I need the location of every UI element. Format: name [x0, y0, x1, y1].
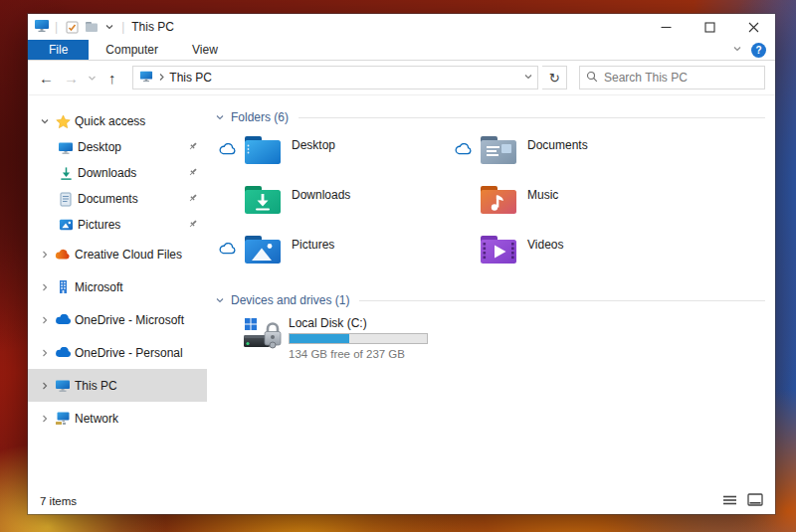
minimize-ribbon-chevron-icon[interactable] [732, 43, 742, 57]
properties-icon[interactable] [63, 16, 82, 38]
sidebar-item-label: Microsoft [75, 280, 123, 294]
items-view: Folders (6) Desktop [207, 95, 775, 487]
search-box[interactable] [579, 66, 765, 89]
desktop-folder-icon [243, 133, 283, 170]
forward-button[interactable]: → [61, 66, 82, 89]
sidebar-item-creative-cloud-files[interactable]: Creative Cloud Files [28, 238, 207, 270]
ribbon-tab-row: File Computer View ? [28, 40, 775, 61]
tile-label: Music [527, 188, 558, 202]
pin-icon [188, 218, 198, 232]
chevron-right-icon[interactable] [36, 381, 54, 391]
maximize-button[interactable] [688, 14, 731, 40]
customize-qat-chevron-icon[interactable] [102, 16, 116, 38]
sidebar-item-downloads[interactable]: Downloads [28, 160, 207, 186]
bitlocker-drive-icon [243, 316, 283, 357]
search-input[interactable] [604, 71, 758, 85]
pin-icon [188, 140, 198, 154]
devices-group-header[interactable]: Devices and drives (1) [215, 292, 765, 308]
chevron-right-icon[interactable] [36, 414, 54, 424]
tile-music[interactable]: Music [451, 183, 687, 233]
sidebar-item-label: This PC [75, 379, 117, 393]
tab-file[interactable]: File [28, 40, 89, 60]
group-header-rule [298, 117, 765, 118]
desktop-background: | | This PC [0, 0, 796, 532]
group-header-label: Devices and drives (1) [231, 293, 349, 307]
details-view-icon[interactable] [722, 494, 737, 508]
sidebar-item-pictures[interactable]: Pictures [28, 212, 207, 238]
tab-computer[interactable]: Computer [89, 40, 175, 60]
recent-locations-chevron-icon[interactable] [86, 66, 98, 89]
folders-grid: Desktop Documents [215, 133, 765, 282]
chevron-right-icon[interactable] [36, 250, 54, 260]
sidebar-item-network[interactable]: Network [28, 402, 207, 435]
tab-view[interactable]: View [175, 40, 235, 60]
search-icon [586, 71, 598, 86]
tile-local-disk-c[interactable]: Local Disk (C:) 134 GB free of 237 GB [215, 316, 765, 360]
tile-documents[interactable]: Documents [451, 133, 687, 183]
desktop-icon [57, 140, 75, 155]
pin-icon [188, 192, 198, 206]
sidebar-item-desktop[interactable]: Desktop [28, 134, 207, 160]
help-button[interactable]: ? [751, 43, 766, 58]
chevron-down-icon [215, 112, 225, 122]
chevron-right-icon[interactable] [36, 348, 54, 358]
chevron-down-icon [215, 295, 225, 305]
drive-name: Local Disk (C:) [289, 316, 428, 330]
documents-folder-icon [479, 133, 518, 170]
tile-label: Documents [527, 138, 588, 152]
sidebar-item-quick-access[interactable]: Quick access [28, 108, 207, 134]
minimize-button[interactable] [644, 14, 688, 40]
music-folder-icon [479, 183, 518, 220]
chevron-right-icon[interactable] [36, 282, 54, 292]
sidebar-item-label: OneDrive - Microsoft [75, 313, 184, 327]
pictures-icon [57, 218, 75, 232]
folders-group-header[interactable]: Folders (6) [215, 109, 765, 125]
sidebar-item-onedrive-microsoft[interactable]: OneDrive - Microsoft [28, 303, 207, 336]
pictures-folder-icon [243, 233, 283, 269]
videos-folder-icon [479, 233, 518, 269]
chevron-down-icon[interactable] [36, 116, 54, 126]
network-icon [54, 411, 72, 426]
navigation-pane: Quick access Desktop D [28, 95, 207, 487]
status-bar: 7 items [28, 487, 775, 514]
sidebar-item-label: Documents [78, 192, 138, 206]
tile-desktop[interactable]: Desktop [215, 133, 451, 183]
onedrive-cloud-icon [54, 347, 72, 358]
quick-access-star-icon [54, 114, 72, 129]
tile-videos[interactable]: Videos [451, 233, 687, 282]
address-monitor-icon [139, 70, 153, 86]
sidebar-item-this-pc[interactable]: This PC [28, 369, 207, 402]
tile-label: Desktop [292, 138, 335, 152]
title-bar: | | This PC [28, 14, 775, 40]
creative-cloud-icon [54, 249, 72, 261]
tile-label: Videos [527, 238, 563, 252]
address-dropdown-chevron-icon[interactable] [523, 71, 533, 85]
sidebar-item-label: OneDrive - Personal [75, 346, 183, 360]
address-bar[interactable]: This PC [132, 66, 538, 89]
disk-usage-bar [289, 333, 428, 344]
large-icons-view-icon[interactable] [747, 493, 763, 508]
tile-downloads[interactable]: Downloads [215, 183, 451, 233]
sidebar-item-documents[interactable]: Documents [28, 186, 207, 212]
sidebar-item-microsoft[interactable]: Microsoft [28, 270, 207, 303]
onedrive-status-cloud-icon [455, 143, 472, 155]
close-button[interactable] [731, 14, 775, 40]
group-header-rule [359, 300, 765, 301]
new-folder-icon[interactable] [82, 16, 101, 38]
tile-label: Pictures [292, 238, 334, 252]
up-button[interactable]: ↑ [101, 66, 122, 89]
refresh-button[interactable]: ↻ [542, 66, 567, 89]
sidebar-item-onedrive-personal[interactable]: OneDrive - Personal [28, 336, 207, 369]
downloads-icon [57, 166, 75, 181]
drive-free-space: 134 GB free of 237 GB [289, 348, 428, 360]
group-header-label: Folders (6) [231, 110, 289, 124]
breadcrumb-this-pc[interactable]: This PC [169, 71, 212, 85]
onedrive-status-cloud-icon [219, 243, 236, 255]
item-count: 7 items [40, 495, 77, 507]
documents-icon [57, 192, 75, 207]
tile-pictures[interactable]: Pictures [215, 233, 451, 282]
chevron-right-icon[interactable] [36, 315, 54, 325]
tile-label: Downloads [292, 188, 350, 202]
breadcrumb-chevron-icon[interactable] [158, 71, 165, 85]
back-button[interactable]: ← [36, 66, 57, 89]
